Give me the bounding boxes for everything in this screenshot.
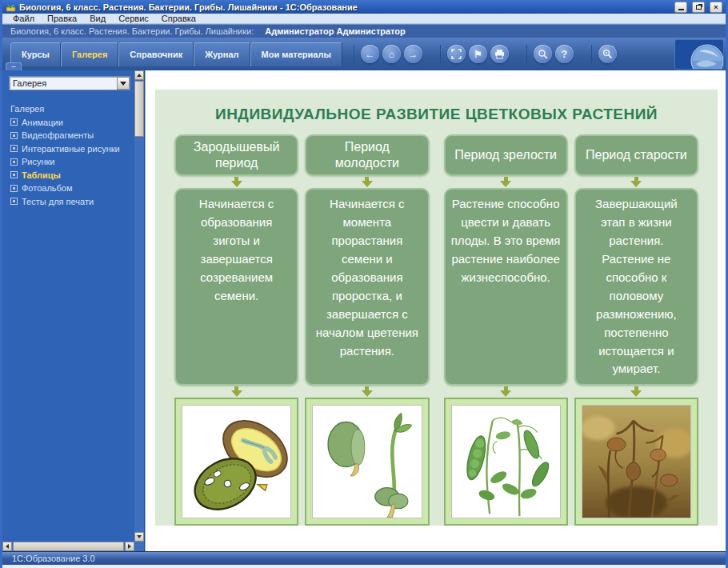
- arrow-down-icon: [574, 176, 698, 188]
- scroll-left-button[interactable]: [2, 542, 12, 551]
- scroll-up-button[interactable]: [134, 70, 144, 80]
- back-icon: ←: [365, 49, 374, 60]
- scroll-right-button[interactable]: [125, 542, 134, 551]
- search-help-group: ?: [526, 45, 580, 63]
- period-header: Период старости: [574, 134, 698, 176]
- gallery-tree: Галерея Анимации Видеофрагменты Интеракт…: [10, 102, 131, 208]
- image-frame: [444, 398, 568, 526]
- course-title: Биология, 6 класс. Растения. Бактерии. Г…: [10, 26, 254, 36]
- help-icon: ?: [562, 49, 567, 60]
- arrow-left-icon: [6, 544, 9, 549]
- period-description: Начинается с образования зиготы и заверш…: [174, 188, 298, 386]
- fullscreen-icon: [451, 49, 462, 59]
- home-icon: ⌂: [389, 49, 394, 60]
- back-button[interactable]: ←: [361, 45, 379, 63]
- tree-item-printable-tests[interactable]: Тесты для печати: [10, 195, 131, 209]
- column-old-age-period: Период старости Завершающий этап в жизни…: [574, 134, 698, 526]
- tree-node-icon: [10, 171, 18, 178]
- minimize-button[interactable]: [674, 2, 687, 13]
- nav-button-group: ← ⌂ →: [354, 45, 429, 63]
- arrow-up-icon: [137, 74, 142, 77]
- title-bar: Биология, 6 класс. Растения. Бактерии. Г…: [2, 0, 726, 14]
- arrow-down-icon: [305, 386, 429, 398]
- menu-file[interactable]: Файл: [7, 14, 40, 24]
- view-button-group: ⚑: [440, 45, 515, 63]
- status-text: 1С:Образование 3.0: [12, 554, 95, 563]
- arrow-down-icon: [305, 176, 429, 188]
- scroll-down-button[interactable]: [134, 532, 144, 542]
- minimize-icon: [678, 9, 684, 10]
- key-search-button[interactable]: [598, 45, 617, 63]
- sidebar-horizontal-scrollbar[interactable]: [2, 542, 134, 551]
- tree-node-icon: [10, 198, 18, 205]
- fullscreen-button[interactable]: [447, 45, 466, 63]
- pea-plant-with-pods-illustration: [451, 405, 561, 518]
- tree-item-gallery-root[interactable]: Галерея: [10, 102, 131, 116]
- period-header: Период зрелости: [444, 134, 568, 176]
- tree-item-animations[interactable]: Анимации: [10, 116, 131, 130]
- vertical-scroll-thumb[interactable]: [134, 81, 144, 137]
- menu-edit[interactable]: Правка: [42, 14, 82, 24]
- tab-journal[interactable]: Журнал: [194, 42, 250, 66]
- presentation-button[interactable]: ⚑: [469, 45, 487, 63]
- menu-view[interactable]: Вид: [84, 14, 111, 24]
- tree-node-icon: [10, 118, 18, 126]
- menu-help[interactable]: Справка: [156, 14, 202, 24]
- period-header: Зародышевый период: [174, 134, 298, 176]
- arrow-down-icon: [574, 386, 698, 398]
- window-bottom-edge: [2, 565, 726, 568]
- body-row: Галерея Галерея Анимации Видеофрагменты: [2, 70, 726, 551]
- arrow-down-icon: [174, 176, 298, 188]
- image-frame: [305, 398, 429, 526]
- period-description: Завершающий этап в жизни растения. Расте…: [574, 188, 698, 386]
- table-panel: ИНДИВИДУАЛЬНОЕ РАЗВИТИЕ ЦВЕТКОВЫХ РАСТЕН…: [155, 90, 718, 526]
- tree-item-tables[interactable]: Таблицы: [10, 169, 131, 182]
- print-button[interactable]: [490, 45, 509, 63]
- tree-item-photo-album[interactable]: Фотоальбом: [10, 182, 131, 195]
- main-tabs: Курсы Галерея Справочник Журнал Мои мате…: [10, 42, 342, 66]
- withered-plants-photo: [582, 405, 691, 518]
- arrow-down-icon: [444, 176, 568, 188]
- presentation-flag-icon: ⚑: [474, 49, 482, 60]
- seed-cross-section-illustration: [182, 405, 291, 518]
- gallery-section-dropdown[interactable]: Галерея: [9, 76, 130, 90]
- image-frame: [174, 398, 298, 526]
- menu-bar: Файл Правка Вид Сервис Справка: [2, 14, 726, 24]
- main-content: ИНДИВИДУАЛЬНОЕ РАЗВИТИЕ ЦВЕТКОВЫХ РАСТЕН…: [145, 70, 726, 551]
- tab-reference[interactable]: Справочник: [118, 42, 194, 66]
- info-bar: Биология, 6 класс. Растения. Бактерии. Г…: [2, 24, 726, 38]
- menu-service[interactable]: Сервис: [113, 14, 154, 24]
- tab-my-materials[interactable]: Мои материалы: [250, 42, 342, 66]
- help-button[interactable]: ?: [555, 45, 574, 63]
- key-search-group: [591, 45, 623, 63]
- dropdown-value: Галерея: [10, 78, 117, 88]
- app-icon: [6, 2, 16, 12]
- tree-node-icon: [10, 145, 18, 152]
- globe-logo: [674, 39, 724, 70]
- search-button[interactable]: [534, 45, 552, 63]
- image-frame: [574, 398, 698, 526]
- toolbar: Курсы Галерея Справочник Журнал Мои мате…: [2, 38, 726, 70]
- print-icon: [494, 49, 505, 59]
- forward-icon: →: [408, 49, 418, 60]
- chevron-down-icon: [120, 82, 126, 86]
- forward-button[interactable]: →: [404, 45, 422, 63]
- restore-icon: [696, 5, 702, 10]
- tree-item-interactive-pictures[interactable]: Интерактивные рисунки: [10, 142, 131, 156]
- tree-node-icon: [10, 185, 18, 192]
- germinating-seedling-illustration: [312, 405, 422, 518]
- tree-node-icon: [10, 132, 18, 139]
- tree-item-video-fragments[interactable]: Видеофрагменты: [10, 129, 131, 142]
- column-maturity-period: Период зрелости Растение способно цвести…: [444, 134, 568, 526]
- home-button[interactable]: ⌂: [382, 45, 401, 63]
- tree-item-pictures[interactable]: Рисунки: [10, 155, 131, 169]
- sidebar-vertical-scrollbar[interactable]: [134, 70, 144, 542]
- search-icon: [538, 49, 548, 59]
- period-description: Начинается с момента прорастания семени …: [305, 188, 429, 386]
- horizontal-scroll-thumb[interactable]: [13, 542, 124, 551]
- page-title: ИНДИВИДУАЛЬНОЕ РАЗВИТИЕ ЦВЕТКОВЫХ РАСТЕН…: [171, 106, 702, 123]
- dropdown-open-button[interactable]: [117, 77, 130, 90]
- tab-gallery[interactable]: Галерея: [61, 42, 118, 66]
- close-button[interactable]: ×: [710, 2, 722, 13]
- restore-button[interactable]: [692, 2, 705, 13]
